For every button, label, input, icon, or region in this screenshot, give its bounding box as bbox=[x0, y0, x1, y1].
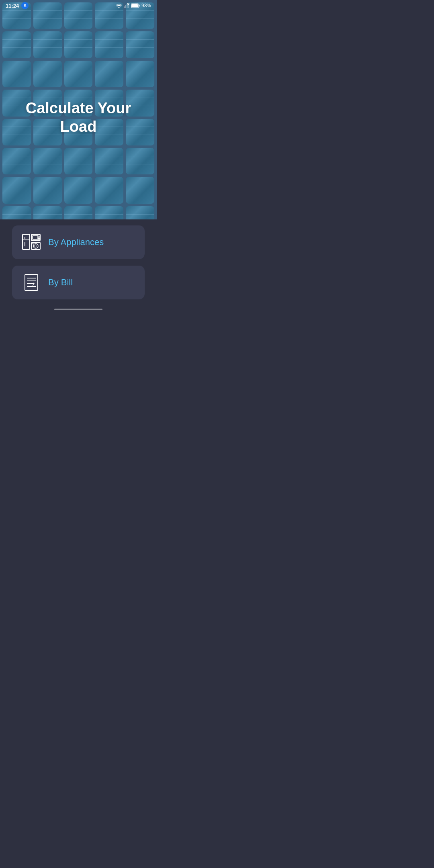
status-left: 11:24 S bbox=[6, 2, 29, 9]
bill-icon bbox=[22, 273, 41, 292]
svg-rect-14 bbox=[33, 235, 38, 240]
svg-point-19 bbox=[35, 245, 37, 247]
battery-icon bbox=[131, 3, 140, 8]
svg-rect-0 bbox=[124, 6, 125, 8]
status-bar: 11:24 S 93% bbox=[0, 0, 157, 11]
svg-point-18 bbox=[33, 244, 38, 248]
battery-label: 93% bbox=[141, 3, 151, 8]
svg-rect-7 bbox=[131, 4, 138, 7]
status-right: 93% bbox=[116, 3, 151, 8]
svg-rect-1 bbox=[125, 5, 126, 8]
home-indicator bbox=[54, 309, 102, 310]
app-icon: S bbox=[21, 2, 29, 9]
svg-point-15 bbox=[38, 236, 40, 237]
by-bill-label: By Bill bbox=[48, 277, 73, 288]
appliances-icon bbox=[22, 233, 41, 252]
page-title: Calculate YourLoad bbox=[14, 99, 143, 136]
by-bill-button[interactable]: By Bill bbox=[12, 266, 145, 299]
by-appliances-label: By Appliances bbox=[48, 237, 104, 248]
svg-rect-8 bbox=[139, 5, 139, 7]
svg-rect-9 bbox=[23, 234, 30, 250]
wifi-icon bbox=[116, 3, 122, 8]
signal-icon bbox=[124, 3, 129, 8]
svg-rect-2 bbox=[127, 4, 128, 8]
svg-point-20 bbox=[33, 243, 34, 244]
svg-point-16 bbox=[38, 238, 40, 240]
svg-rect-21 bbox=[25, 274, 38, 291]
time-display: 11:24 bbox=[6, 3, 19, 9]
title-overlay: Calculate YourLoad bbox=[0, 0, 157, 235]
